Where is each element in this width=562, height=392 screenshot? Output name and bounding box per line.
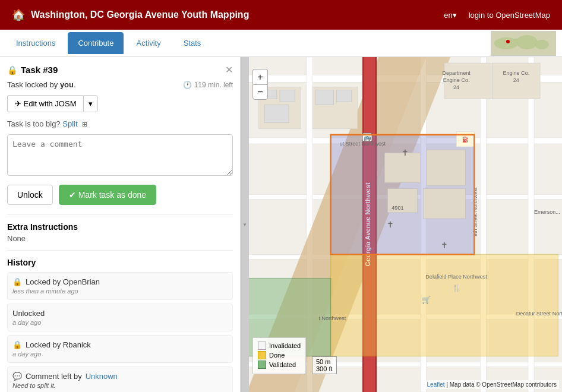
legend-label-invalidated: Invalidated xyxy=(269,342,301,349)
svg-text:Decatur Street Northw...: Decatur Street Northw... xyxy=(516,311,562,317)
task-title: 🔒 Task #39 xyxy=(7,65,58,75)
nav-tabs: Instructions Contribute Activity Stats xyxy=(0,30,562,57)
zoom-out-button[interactable]: − xyxy=(252,84,268,100)
comment-input[interactable] xyxy=(7,134,233,176)
time-left: 🕐 119 min. left xyxy=(183,81,233,89)
legend-item-invalidated: Invalidated xyxy=(258,342,301,350)
history-time: a day ago xyxy=(12,319,228,326)
main-layout: 🔒 Task #39 ✕ Task locked by you. 🕐 119 m… xyxy=(0,57,562,392)
tab-contribute[interactable]: Contribute xyxy=(68,32,124,54)
svg-text:✝: ✝ xyxy=(387,220,394,229)
history-item: 💬 Comment left by Unknown Need to split … xyxy=(7,366,233,392)
split-icon: ⊞ xyxy=(82,121,87,128)
legend-color-invalidated xyxy=(258,342,266,350)
tab-instructions[interactable]: Instructions xyxy=(6,32,65,54)
map-scroll-handle[interactable] xyxy=(241,57,249,392)
history-text: Locked by Rbanick xyxy=(26,340,91,349)
task-locked-row: Task locked by you. 🕐 119 min. left xyxy=(7,80,233,89)
svg-text:⛽: ⛽ xyxy=(462,136,469,143)
scale-bar: 50 m 300 ft xyxy=(312,356,337,374)
history-item: Unlocked a day ago xyxy=(7,304,233,331)
svg-rect-34 xyxy=(337,90,352,102)
history-action: 💬 Comment left by Unknown xyxy=(12,372,228,381)
language-selector[interactable]: en▾ xyxy=(444,11,456,20)
tab-activity[interactable]: Activity xyxy=(126,32,171,54)
zoom-in-button[interactable]: + xyxy=(252,69,268,84)
action-buttons: Unlock ✔ Mark task as done xyxy=(7,185,233,205)
task-locked-text: Task locked by you. xyxy=(7,80,76,89)
history-item: 🔒 Locked by OpenBrian less than a minute… xyxy=(7,272,233,300)
header-right: en▾ login to OpenStreetMap xyxy=(444,11,550,20)
svg-rect-43 xyxy=(427,150,465,185)
task-number: Task #39 xyxy=(21,65,58,75)
task-split-row: Task is too big? Split ⊞ xyxy=(7,119,233,128)
history-list: 🔒 Locked by OpenBrian less than a minute… xyxy=(7,272,233,392)
svg-text:Emerson...: Emerson... xyxy=(534,209,560,215)
svg-rect-26 xyxy=(331,254,558,356)
history-note: Need to split it. xyxy=(12,382,228,389)
scale-line2: 300 ft xyxy=(316,365,333,372)
svg-text:24: 24 xyxy=(453,84,459,90)
login-link[interactable]: login to OpenStreetMap xyxy=(469,11,550,20)
svg-text:✝: ✝ xyxy=(402,148,409,157)
svg-text:🍴: 🍴 xyxy=(452,283,462,292)
legend-color-validated xyxy=(258,361,266,369)
history-text: Locked by OpenBrian xyxy=(26,277,100,286)
svg-rect-5 xyxy=(514,39,517,41)
minimap-svg xyxy=(491,31,556,56)
svg-text:9th Street Northwest: 9th Street Northwest xyxy=(472,187,478,236)
svg-text:4901: 4901 xyxy=(391,205,403,211)
history-action: Unlocked xyxy=(12,309,228,318)
leaflet-link[interactable]: Leaflet xyxy=(427,381,445,388)
unlock-button[interactable]: Unlock xyxy=(7,185,53,205)
svg-point-6 xyxy=(506,40,510,43)
history-section: History 🔒 Locked by OpenBrian less than … xyxy=(7,258,233,392)
split-link[interactable]: Split xyxy=(62,119,77,128)
map-attribution: Leaflet | Map data © OpenStreetMap contr… xyxy=(425,380,559,389)
history-text: Unlocked xyxy=(12,309,45,318)
map-legend: Invalidated Done Validated xyxy=(252,337,306,374)
svg-rect-30 xyxy=(280,90,295,102)
svg-text:ut Street Northwest: ut Street Northwest xyxy=(340,141,386,147)
svg-text:Department: Department xyxy=(442,70,471,76)
history-title: History xyxy=(7,258,233,267)
title-area: 🏠 Washington, DC Georgia Avenue Youth Ma… xyxy=(12,8,249,21)
scale-line1: 50 m xyxy=(316,358,333,365)
edit-dropdown-button[interactable]: ▾ xyxy=(83,95,98,112)
svg-text:🛒: 🛒 xyxy=(422,295,431,304)
legend-item-validated: Validated xyxy=(258,361,301,369)
legend-label-validated: Validated xyxy=(269,361,296,368)
extra-instructions-section: Extra Instructions None xyxy=(7,222,233,243)
map-container[interactable]: + − xyxy=(241,57,562,392)
legend-label-done: Done xyxy=(269,352,285,359)
lock-icon: 🔒 xyxy=(7,65,17,75)
edit-button-group: ✈ Edit with JOSM ▾ xyxy=(7,95,233,112)
tab-stats[interactable]: Stats xyxy=(173,32,211,54)
legend-color-done xyxy=(258,351,266,359)
svg-rect-33 xyxy=(315,90,333,105)
history-time: a day ago xyxy=(12,350,228,358)
history-comment-user-link[interactable]: Unknown xyxy=(86,372,118,381)
history-item: 🔒 Locked by Rbanick a day ago xyxy=(7,335,233,363)
app-title: Washington, DC Georgia Avenue Youth Mapp… xyxy=(31,10,249,20)
divider-2 xyxy=(7,250,233,251)
edit-josm-button[interactable]: ✈ Edit with JOSM xyxy=(7,95,83,112)
svg-text:Engine Co.: Engine Co. xyxy=(503,70,529,76)
svg-rect-45 xyxy=(424,189,466,219)
lock-icon: 🔒 xyxy=(12,277,22,286)
minimap xyxy=(491,31,556,56)
history-comment-label: Comment left by xyxy=(26,372,82,381)
close-button[interactable]: ✕ xyxy=(225,64,233,75)
history-action: 🔒 Locked by Rbanick xyxy=(12,340,228,349)
app-header: 🏠 Washington, DC Georgia Avenue Youth Ma… xyxy=(0,0,562,30)
svg-rect-31 xyxy=(265,105,289,123)
legend-item-done: Done xyxy=(258,351,301,359)
svg-text:Delafield Place Northwest: Delafield Place Northwest xyxy=(425,274,487,280)
svg-point-3 xyxy=(516,35,538,49)
comment-icon: 💬 xyxy=(12,372,22,381)
sidebar: 🔒 Task #39 ✕ Task locked by you. 🕐 119 m… xyxy=(0,57,241,392)
svg-text:t Northwest: t Northwest xyxy=(318,315,346,321)
task-header: 🔒 Task #39 ✕ xyxy=(7,64,233,75)
mark-done-button[interactable]: ✔ Mark task as done xyxy=(59,185,156,205)
home-icon[interactable]: 🏠 xyxy=(12,8,25,21)
